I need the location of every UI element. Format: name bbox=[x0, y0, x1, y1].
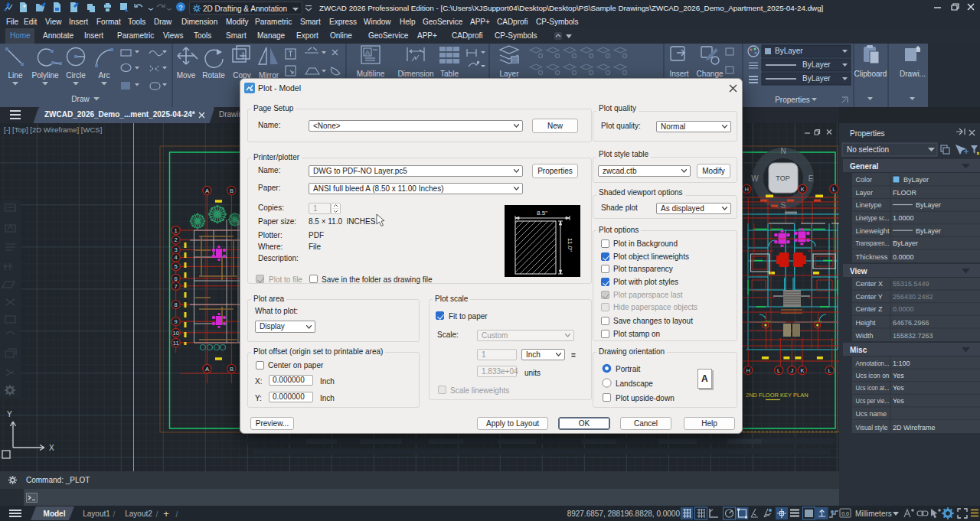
svg-text:Move: Move bbox=[177, 71, 196, 80]
svg-text:Rotate: Rotate bbox=[202, 71, 225, 80]
svg-text:256430.2482: 256430.2482 bbox=[893, 293, 933, 301]
svg-text:Color: Color bbox=[856, 176, 873, 184]
svg-text:Layout2: Layout2 bbox=[125, 510, 152, 518]
svg-text:A: A bbox=[365, 49, 370, 57]
svg-text:6: 6 bbox=[175, 275, 178, 282]
svg-text:Draw: Draw bbox=[71, 95, 90, 103]
svg-text:Center Y: Center Y bbox=[856, 293, 883, 301]
svg-text:5: 5 bbox=[175, 263, 178, 270]
svg-text:Circle: Circle bbox=[66, 71, 86, 80]
svg-text:A: A bbox=[205, 366, 209, 373]
svg-text:ByLayer: ByLayer bbox=[903, 176, 929, 184]
svg-text:55315.5449: 55315.5449 bbox=[893, 280, 929, 288]
svg-text:10: 10 bbox=[173, 330, 179, 337]
svg-text:Lineweight: Lineweight bbox=[856, 227, 890, 235]
svg-text:Linetype: Linetype bbox=[856, 201, 882, 209]
svg-text:Y: Y bbox=[7, 410, 12, 418]
svg-text:View: View bbox=[850, 267, 867, 275]
svg-text:64676.2966: 64676.2966 bbox=[893, 319, 929, 327]
svg-text:No selection: No selection bbox=[847, 145, 889, 154]
svg-text:Multiline: Multiline bbox=[357, 70, 385, 78]
svg-text:Ucs name: Ucs name bbox=[856, 410, 887, 418]
svg-text:Layout1: Layout1 bbox=[83, 510, 110, 518]
svg-text:Properties: Properties bbox=[850, 129, 885, 138]
svg-text:8927.6857, 288196.8828, 0.0000: 8927.6857, 288196.8828, 0.0000 bbox=[567, 510, 681, 518]
svg-text:General: General bbox=[850, 162, 878, 171]
svg-text:4: 4 bbox=[175, 254, 178, 261]
svg-text:8.5": 8.5" bbox=[537, 210, 547, 217]
svg-text:11.0": 11.0" bbox=[567, 238, 573, 252]
svg-text:Annotation...: Annotation... bbox=[856, 360, 890, 367]
svg-text:Millimeters: Millimeters bbox=[855, 510, 892, 518]
svg-text:TOP: TOP bbox=[776, 174, 789, 182]
svg-text:8: 8 bbox=[175, 301, 178, 308]
svg-text:Layer: Layer bbox=[856, 189, 874, 197]
svg-text:K: K bbox=[800, 367, 804, 374]
svg-text:L: L bbox=[828, 367, 831, 374]
svg-text:Insert: Insert bbox=[669, 70, 688, 78]
svg-text:A: A bbox=[205, 187, 209, 194]
svg-text:E: E bbox=[808, 174, 814, 183]
svg-text:K: K bbox=[801, 186, 805, 193]
svg-text:W: W bbox=[751, 174, 759, 183]
svg-text:Ucs per vie...: Ucs per vie... bbox=[856, 397, 890, 405]
svg-text:Drawi...: Drawi... bbox=[900, 70, 926, 78]
svg-text:H: H bbox=[745, 186, 749, 193]
svg-text:1: 1 bbox=[175, 227, 178, 234]
svg-text:Change: Change bbox=[696, 70, 723, 78]
svg-text:Visual style: Visual style bbox=[856, 424, 888, 431]
svg-text:ByLayer: ByLayer bbox=[916, 201, 941, 209]
svg-text:Width: Width bbox=[856, 332, 874, 340]
svg-text:Yes: Yes bbox=[893, 397, 904, 405]
svg-text:3: 3 bbox=[175, 246, 178, 253]
svg-text:11: 11 bbox=[173, 340, 179, 347]
svg-text:Misc: Misc bbox=[850, 346, 867, 354]
svg-text:ByLayer: ByLayer bbox=[802, 74, 831, 83]
svg-text:[-] [Top] [2D Wireframe] [WCS]: [-] [Top] [2D Wireframe] [WCS] bbox=[4, 125, 102, 134]
svg-text:/: / bbox=[176, 510, 178, 519]
svg-text:155832.7263: 155832.7263 bbox=[893, 332, 933, 340]
svg-text:Layer: Layer bbox=[499, 70, 519, 78]
svg-text:J: J bbox=[790, 367, 793, 374]
svg-text:H: H bbox=[746, 367, 750, 374]
svg-text:9: 9 bbox=[175, 318, 178, 325]
svg-text:1:100: 1:100 bbox=[893, 360, 910, 367]
svg-text:Center X: Center X bbox=[856, 280, 884, 288]
svg-text:Thickness: Thickness bbox=[856, 253, 889, 261]
svg-text:Clipboard: Clipboard bbox=[854, 70, 887, 78]
svg-text:0.0: 0.0 bbox=[841, 511, 849, 516]
svg-text:0.0000: 0.0000 bbox=[893, 253, 914, 261]
svg-text:/: / bbox=[156, 510, 158, 519]
svg-text:/: / bbox=[113, 510, 116, 519]
svg-text:ByLayer: ByLayer bbox=[893, 239, 918, 247]
svg-text:X: X bbox=[49, 444, 54, 452]
svg-text:B: B bbox=[230, 366, 234, 373]
svg-text:1.0000: 1.0000 bbox=[893, 214, 914, 222]
svg-text:Yes: Yes bbox=[893, 384, 904, 392]
svg-text:Dimension: Dimension bbox=[397, 70, 433, 78]
svg-text:Center Z: Center Z bbox=[856, 305, 884, 313]
svg-text:L: L bbox=[832, 186, 835, 193]
svg-text:Linetype sc...: Linetype sc... bbox=[856, 214, 890, 222]
svg-text:2D Wireframe: 2D Wireframe bbox=[893, 424, 936, 431]
svg-text:Transparen...: Transparen... bbox=[856, 239, 890, 247]
svg-text:Ucs icon on: Ucs icon on bbox=[856, 372, 890, 379]
svg-text:?: ? bbox=[178, 4, 182, 11]
svg-text:Model: Model bbox=[44, 510, 66, 518]
svg-text:Line: Line bbox=[8, 71, 23, 80]
svg-text:7: 7 bbox=[175, 283, 178, 290]
svg-text:Ucs icon at...: Ucs icon at... bbox=[856, 384, 890, 392]
svg-text:Polyline: Polyline bbox=[31, 71, 58, 80]
svg-text:ByLayer: ByLayer bbox=[802, 60, 831, 69]
svg-text:Table: Table bbox=[440, 70, 459, 78]
svg-text:ByLayer: ByLayer bbox=[775, 47, 803, 55]
svg-text:N: N bbox=[780, 147, 786, 155]
svg-text:L: L bbox=[777, 367, 780, 374]
svg-text:ByLayer: ByLayer bbox=[916, 227, 941, 235]
svg-text:B: B bbox=[230, 187, 234, 194]
svg-text:Arc: Arc bbox=[99, 71, 110, 80]
svg-text:2: 2 bbox=[175, 236, 178, 243]
svg-text:+: + bbox=[163, 508, 169, 519]
svg-text:Yes: Yes bbox=[893, 372, 904, 379]
svg-text:0.0000: 0.0000 bbox=[893, 305, 914, 313]
